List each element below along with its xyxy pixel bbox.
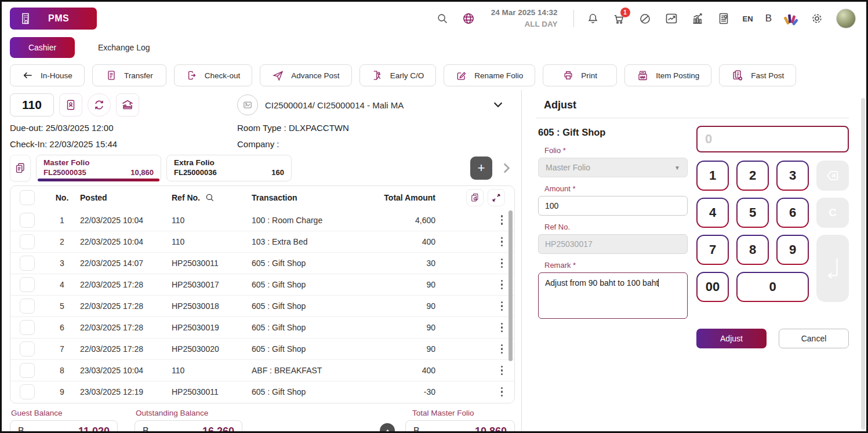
theme-palette-icon[interactable] [784, 12, 798, 26]
print-button[interactable]: Print [543, 64, 617, 86]
sync-status-icon[interactable] [88, 93, 111, 117]
status-circle-icon[interactable] [638, 12, 652, 26]
row-checkbox[interactable] [20, 299, 35, 314]
folio-tab-master[interactable]: Master Folio FL25000035 10,860 [36, 155, 161, 181]
globe-icon[interactable] [462, 12, 475, 26]
key-8[interactable]: 8 [736, 235, 769, 265]
user-avatar[interactable] [836, 9, 856, 28]
amount-input[interactable] [538, 196, 688, 216]
key-5[interactable]: 5 [736, 198, 769, 228]
row-transaction: 605 : Gift Shop [252, 323, 369, 332]
row-menu-icon[interactable] [501, 323, 506, 333]
copy-pages-icon[interactable] [10, 155, 31, 181]
row-checkbox[interactable] [20, 341, 35, 356]
row-menu-icon[interactable] [501, 215, 506, 225]
row-transaction: 100 : Room Charge [252, 216, 369, 225]
row-checkbox[interactable] [20, 320, 35, 335]
notifications-bell-icon[interactable] [586, 12, 600, 26]
expand-table-icon[interactable] [488, 189, 505, 206]
ref-field-label: Ref No. [544, 223, 688, 231]
tab-cashier[interactable]: Cashier [10, 37, 75, 58]
row-menu-icon[interactable] [501, 237, 506, 247]
report-icon[interactable] [717, 12, 731, 26]
action-toolbar: In-House Transfer Check-out Advance Post… [2, 60, 866, 90]
key-9[interactable]: 9 [776, 235, 809, 265]
settings-gear-icon[interactable] [810, 12, 824, 26]
search-documents-icon[interactable] [466, 189, 484, 206]
key-0[interactable]: 0 [736, 272, 809, 302]
table-row[interactable]: 6 22/03/2025 17:28 HP25030019 605 : Gift… [10, 316, 514, 338]
guest-balance-label: Guest Balance [10, 409, 118, 417]
add-folio-button[interactable]: + [470, 157, 492, 180]
language-switch[interactable]: EN [743, 14, 753, 23]
chevron-down-icon[interactable] [492, 98, 504, 111]
outstanding-balance-label: Outstanding Balance [135, 409, 242, 417]
rename-folio-button[interactable]: Rename Folio [444, 64, 535, 86]
clear-key[interactable]: C [816, 198, 849, 228]
check-out-button[interactable]: Check-out [174, 64, 253, 86]
key-7[interactable]: 7 [696, 235, 729, 265]
item-posting-button[interactable]: Item Posting [624, 64, 711, 86]
table-row[interactable]: 5 22/03/2025 17:28 HP25030018 605 : Gift… [10, 295, 514, 316]
key-1[interactable]: 1 [696, 161, 729, 191]
all-day-label: ALL DAY [491, 19, 558, 30]
cancel-button[interactable]: Cancel [779, 329, 849, 348]
key-6[interactable]: 6 [776, 198, 809, 228]
table-row[interactable]: 4 22/03/2025 17:28 HP25030017 605 : Gift… [10, 274, 514, 295]
key-2[interactable]: 2 [736, 161, 769, 191]
row-amount: 400 [369, 366, 439, 375]
keypad-display[interactable]: 0 [696, 126, 849, 152]
row-checkbox[interactable] [20, 213, 35, 228]
row-checkbox[interactable] [20, 234, 35, 249]
chevron-right-icon[interactable] [497, 155, 515, 181]
row-menu-icon[interactable] [501, 280, 506, 290]
row-checkbox[interactable] [20, 256, 35, 271]
transfer-button[interactable]: Transfer [92, 64, 166, 86]
line-chart-icon[interactable] [664, 12, 678, 26]
row-checkbox[interactable] [20, 384, 35, 399]
table-row[interactable]: 2 22/03/2025 10:04 110 103 : Extra Bed 4… [10, 231, 514, 252]
row-menu-icon[interactable] [501, 259, 506, 268]
current-datetime: 24 Mar 2025 14:32 [491, 7, 558, 19]
in-house-button[interactable]: In-House [10, 64, 85, 86]
key-4[interactable]: 4 [696, 198, 729, 228]
key-3[interactable]: 3 [776, 161, 809, 191]
select-all-checkbox[interactable] [20, 190, 35, 205]
row-menu-icon[interactable] [501, 366, 506, 376]
table-row[interactable]: 9 23/03/2025 12:19 HP25030011 605 : Gift… [10, 381, 514, 402]
table-row[interactable]: 1 22/03/2025 10:04 110 100 : Room Charge… [10, 209, 514, 231]
row-amount: 90 [369, 344, 439, 354]
enter-key[interactable] [816, 235, 849, 302]
fast-post-button[interactable]: Fast Post [719, 64, 796, 86]
guest-profile-icon[interactable] [59, 93, 82, 117]
panel-scrollbar[interactable] [861, 98, 865, 430]
row-menu-icon[interactable] [501, 344, 506, 354]
table-row[interactable]: 7 22/03/2025 17:28 HP25030020 605 : Gift… [10, 338, 514, 359]
ref-search-icon[interactable] [205, 192, 215, 203]
room-status-icon[interactable] [116, 93, 139, 117]
currency-switch[interactable]: B [765, 13, 772, 24]
table-row[interactable]: 8 23/03/2025 10:04 110 ABF : BREAKFAST 4… [10, 359, 514, 381]
row-checkbox[interactable] [20, 277, 35, 292]
row-menu-icon[interactable] [501, 301, 506, 311]
cart-icon[interactable]: 1 [612, 12, 626, 26]
remark-textarea[interactable]: Adjust from 90 baht to 100 baht [538, 272, 688, 319]
key-00[interactable]: 00 [696, 272, 729, 302]
folio-select[interactable]: Master Folio ▼ [538, 158, 688, 177]
advance-post-button[interactable]: Advance Post [260, 64, 351, 86]
collapse-panel-button[interactable] [380, 423, 395, 433]
row-checkbox[interactable] [20, 363, 35, 378]
adjust-button[interactable]: Adjust [696, 329, 767, 348]
app-logo[interactable]: PMS [10, 8, 97, 30]
search-icon[interactable] [435, 12, 449, 26]
early-co-button[interactable]: Early C/O [359, 64, 437, 86]
row-menu-icon[interactable] [501, 387, 506, 397]
row-amount: 400 [369, 237, 439, 246]
bar-chart-icon[interactable] [691, 12, 704, 26]
table-row[interactable]: 3 22/03/2025 14:07 HP25030011 605 : Gift… [10, 252, 514, 274]
folio-tab-extra[interactable]: Extra Folio FL25000036 160 [166, 155, 292, 181]
tab-exchange-log[interactable]: Exchange Log [98, 43, 150, 52]
backspace-key[interactable] [816, 161, 849, 191]
table-scrollbar[interactable] [509, 210, 513, 361]
row-amount: 90 [369, 280, 439, 289]
